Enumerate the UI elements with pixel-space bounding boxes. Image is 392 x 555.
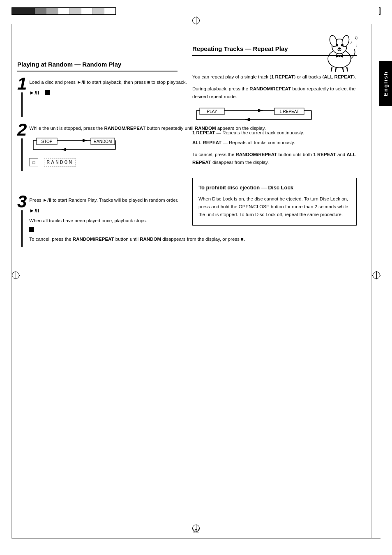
step-3-stop-icon [29,227,34,232]
svg-text:♩: ♩ [356,43,357,47]
disc-lock-box: To prohibit disc ejection — Disc Lock Wh… [192,178,357,226]
step-3-number: 3 [17,193,27,210]
language-tab: English [379,61,392,106]
left-title-divider [17,71,178,71]
svg-point-5 [341,44,344,46]
svg-marker-18 [83,139,88,142]
right-intro-text: You can repeat play of a single track (1… [192,73,357,81]
svg-text:♫: ♫ [354,35,358,41]
step-3-stop-icon-row [29,227,245,232]
lcd-icon: □ [29,158,38,166]
svg-text:♪: ♪ [350,40,352,44]
right-col-content: You can repeat play of a single track (1… [192,61,357,226]
language-tab-label: English [383,71,389,96]
right-loop-diagram: PLAY 1 REPEAT [192,106,357,125]
border-right [371,24,371,539]
crosshair-right [372,271,380,279]
svg-marker-28 [258,109,263,112]
svg-text:STOP: STOP [42,139,53,144]
right-step-text: During playback, press the RANDOM/REPEAT… [192,85,357,101]
right-modes: 1 REPEAT — Repeats the current track con… [192,129,357,147]
stop-button-icon [45,90,50,95]
svg-point-4 [336,44,338,46]
disc-lock-text: When Disc Lock is on, the disc cannot be… [198,195,350,219]
play-pause-button-icon: ►/II [29,90,39,96]
left-section-title: Playing at Random — Random Play [17,61,121,68]
svg-text:RANDOM: RANDOM [94,139,112,144]
right-cancel-text: To cancel, press the RANDOM/REPEAT butto… [192,151,357,166]
top-bar-right [379,7,380,15]
top-bar-left [12,7,116,15]
top-bar-area [0,7,392,15]
step-2-number: 2 [17,121,27,138]
right-mode-2: ALL REPEAT — Repeats all tracks continuo… [192,139,357,147]
step-1-text: Load a disc and press ►/II to start play… [29,78,187,86]
step-1-icons: ►/II [29,90,187,96]
right-section-title: Repeating Tracks — Repeat Play [192,45,288,52]
svg-marker-20 [61,148,66,151]
step-1-content: Load a disc and press ►/II to start play… [29,75,187,117]
border-left [12,24,12,539]
right-title-divider [192,55,357,56]
border-top [12,24,380,24]
svg-point-6 [338,48,341,50]
border-bottom [12,538,380,539]
step-1-block: 1 Load a disc and press ►/II to start pl… [17,75,187,117]
step-1-number: 1 [17,75,27,92]
step-3-cancel-text: To cancel, press the RANDOM/REPEAT butto… [29,235,245,243]
svg-text:PLAY: PLAY [207,109,217,114]
disc-lock-title: To prohibit disc ejection — Disc Lock [198,183,350,192]
lcd-random-display: RANDOM [44,158,76,167]
crosshair-top [192,16,200,25]
right-mode-1: 1 REPEAT — Repeats the current track con… [192,129,357,137]
crosshair-left [12,271,20,279]
page-number: – 22 – [189,527,203,534]
svg-marker-30 [245,118,250,121]
step-3-play-pause-icon: ►/II [29,207,39,214]
svg-text:1 REPEAT: 1 REPEAT [279,109,299,114]
